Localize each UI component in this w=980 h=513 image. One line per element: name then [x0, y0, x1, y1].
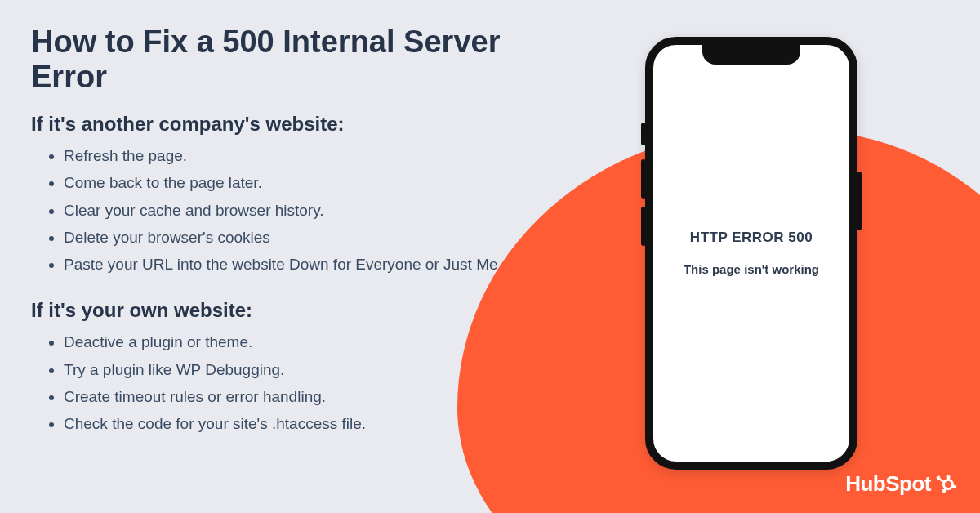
phone-screen: HTTP ERROR 500 This page isn't working: [653, 45, 849, 462]
sprocket-icon: [934, 473, 957, 496]
svg-line-6: [952, 486, 955, 487]
list-item: Try a plugin like WP Debugging.: [64, 356, 554, 383]
phone-power-button: [857, 172, 862, 230]
list-item: Check the code for your site's .htaccess…: [64, 410, 554, 437]
list-own-site: Deactive a plugin or theme. Try a plugin…: [31, 328, 554, 437]
svg-line-7: [944, 488, 946, 491]
list-item: Delete your browser's cookies: [64, 224, 554, 251]
phone-mute-switch: [641, 123, 646, 145]
section-heading-other-site: If it's another company's website:: [31, 113, 554, 136]
brand-text: HubSpot: [845, 471, 931, 497]
list-item: Create timeout rules or error handling.: [64, 383, 554, 410]
phone-volume-down: [641, 207, 646, 246]
phone-mockup: HTTP ERROR 500 This page isn't working: [645, 37, 858, 470]
list-item: Clear your cache and browser history.: [64, 197, 554, 224]
error-title: HTTP ERROR 500: [690, 230, 813, 246]
svg-point-0: [944, 480, 953, 488]
list-item: Refresh the page.: [64, 142, 554, 169]
list-item: Come back to the page later.: [64, 169, 554, 196]
list-other-site: Refresh the page. Come back to the page …: [31, 142, 554, 278]
page-title: How to Fix a 500 Internal Server Error: [31, 25, 554, 95]
error-subtitle: This page isn't working: [684, 261, 819, 278]
list-item: Deactive a plugin or theme.: [64, 328, 554, 355]
section-heading-own-site: If it's your own website:: [31, 299, 554, 322]
list-item: Paste your URL into the website Down for…: [64, 251, 554, 278]
phone-volume-up: [641, 159, 646, 199]
main-content: How to Fix a 500 Internal Server Error I…: [31, 25, 554, 437]
brand-logo: HubSpot: [845, 471, 957, 497]
